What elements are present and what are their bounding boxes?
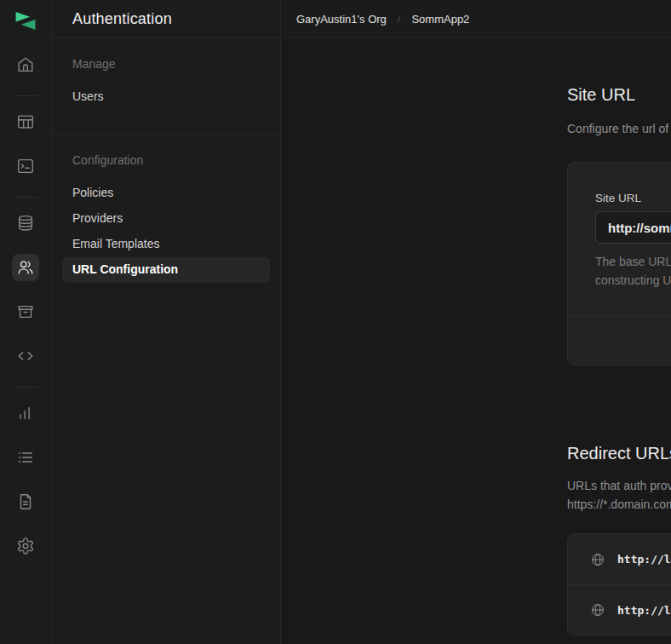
archive-box-icon [16, 302, 35, 321]
rail-item-authentication[interactable] [12, 254, 39, 281]
breadcrumb-separator: / [398, 13, 401, 26]
rail-item-settings[interactable] [12, 532, 39, 560]
rail-item-docs[interactable] [12, 488, 39, 515]
site-url-input[interactable] [595, 211, 671, 244]
rail-divider [13, 197, 38, 198]
sidebar-item-email-templates[interactable]: Email Templates [62, 232, 270, 257]
site-url-card-footer [568, 315, 671, 365]
home-icon [16, 55, 35, 74]
rail-item-storage[interactable] [12, 298, 39, 325]
supabase-logo-icon [13, 9, 38, 32]
site-url-helper-line2: constructing URLs used in emails. [595, 271, 671, 290]
rail-divider [13, 387, 38, 388]
site-url-field-label: Site URL [595, 192, 671, 204]
nav-rail [0, 0, 52, 644]
redirect-url-list: http://localhost:3000 http://localhost:3… [567, 533, 671, 635]
document-icon [16, 492, 35, 511]
redirect-url-value: http://localhost:3000 [617, 553, 671, 566]
content-area: GaryAustin1's Org / SommApp2 Site URL Co… [281, 0, 671, 644]
rail-item-edge-functions[interactable] [12, 342, 39, 370]
redirect-urls-description-line2: https://*.domain.com [567, 495, 671, 514]
site-url-helper-line1: The base URL of your website. Used as an… [595, 252, 671, 271]
main-panel: Site URL Configure the url of your site.… [281, 38, 671, 644]
rail-divider [13, 95, 38, 96]
table-icon [16, 112, 35, 131]
globe-icon [590, 552, 605, 567]
redirect-urls-description-line1: URLs that auth providers are permitted t… [567, 476, 671, 495]
code-brackets-icon [16, 347, 35, 365]
supabase-logo[interactable] [0, 0, 51, 41]
site-url-card-body: Site URL The base URL of your website. U… [568, 163, 671, 315]
database-icon [16, 214, 35, 233]
redirect-url-row: http://localhost:3000 [568, 584, 671, 635]
rail-item-sql-editor[interactable] [12, 152, 39, 180]
breadcrumb-org[interactable]: GaryAustin1's Org [296, 13, 387, 26]
page-title: Authentication [72, 10, 172, 28]
rail-item-reports[interactable] [12, 400, 39, 427]
sidebar-item-url-configuration[interactable]: URL Configuration [62, 257, 270, 283]
terminal-icon [16, 157, 35, 175]
redirect-url-value: http://localhost:3000 [617, 604, 671, 617]
redirect-urls-description: URLs that auth providers are permitted t… [567, 476, 671, 514]
globe-icon [590, 602, 605, 618]
menu-group-configuration: Configuration [72, 153, 280, 167]
sidebar-item-users[interactable]: Users [62, 84, 270, 110]
redirect-url-row: http://localhost:3000 [568, 534, 671, 584]
sidebar-item-policies[interactable]: Policies [62, 181, 270, 206]
sidebar-header: Authentication [52, 0, 280, 38]
rail-item-logs[interactable] [12, 444, 39, 471]
site-url-helper: The base URL of your website. Used as an… [595, 252, 671, 290]
site-url-heading: Site URL [567, 85, 671, 105]
site-url-description: Configure the url of your site. [567, 119, 671, 138]
sidebar-item-providers[interactable]: Providers [62, 206, 270, 232]
site-url-card: Site URL The base URL of your website. U… [567, 162, 671, 365]
breadcrumb-project[interactable]: SommApp2 [411, 13, 469, 26]
sidebar-nav: Manage Users Configuration Policies Prov… [52, 38, 280, 283]
rail-item-table-editor[interactable] [12, 108, 39, 135]
breadcrumb: GaryAustin1's Org / SommApp2 [281, 0, 671, 38]
redirect-urls-heading: Redirect URLs [567, 444, 671, 463]
users-icon [16, 258, 35, 277]
list-icon [16, 448, 35, 467]
menu-group-manage: Manage [72, 57, 280, 71]
sidebar-divider [52, 134, 280, 135]
auth-sidebar: Authentication Manage Users Configuratio… [52, 0, 281, 644]
rail-item-home[interactable] [12, 51, 39, 78]
bar-chart-icon [16, 404, 35, 423]
rail-item-database[interactable] [12, 210, 39, 237]
gear-icon [16, 537, 35, 555]
